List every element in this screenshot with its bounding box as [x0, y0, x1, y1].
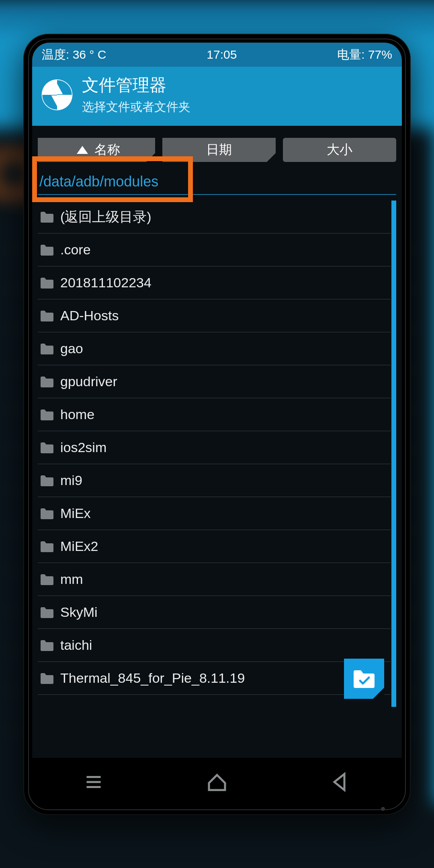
path-input[interactable]: /data/adb/modules — [38, 170, 396, 195]
file-name: MiEx2 — [60, 538, 98, 554]
nav-home-button[interactable] — [205, 770, 229, 794]
folder-icon — [40, 508, 54, 519]
folder-row[interactable]: home — [38, 398, 391, 431]
folder-row[interactable]: AD-Hosts — [38, 299, 391, 332]
folder-row[interactable]: Thermal_845_for_Pie_8.11.19 — [38, 662, 391, 695]
folder-icon — [40, 640, 54, 651]
file-name: ios2sim — [60, 440, 106, 455]
folder-icon — [40, 244, 54, 256]
file-name: 201811102234 — [60, 275, 151, 291]
folder-icon — [40, 277, 54, 289]
file-name: AD-Hosts — [60, 308, 119, 323]
folder-icon — [40, 475, 54, 486]
folder-icon — [40, 607, 54, 618]
folder-row[interactable]: gpudriver — [38, 365, 391, 398]
file-name: mm — [60, 571, 83, 587]
folder-icon — [40, 574, 54, 585]
file-name: Thermal_845_for_Pie_8.11.19 — [60, 670, 245, 686]
file-name: gao — [60, 341, 83, 356]
sort-tab-date[interactable]: 日期 — [162, 138, 276, 162]
sort-tab-label: 日期 — [206, 141, 232, 159]
folder-icon — [40, 310, 54, 321]
folder-icon — [40, 442, 54, 453]
menu-icon — [82, 770, 106, 794]
nav-recent-button[interactable] — [82, 770, 106, 794]
file-list-container: (返回上级目录).core201811102234AD-Hostsgaogpud… — [38, 201, 396, 723]
app-header: 文件管理器 选择文件或者文件夹 — [32, 67, 402, 126]
screen: 温度: 36 ° C 17:05 电量: 77% 文件管理器 选择文件或者文件夹… — [32, 43, 402, 806]
folder-row[interactable]: MiEx2 — [38, 530, 391, 563]
file-name: .core — [60, 242, 91, 258]
folder-row[interactable]: mm — [38, 563, 391, 596]
sort-tab-label: 名称 — [94, 141, 120, 159]
folder-row[interactable]: SkyMi — [38, 596, 391, 629]
file-name: mi9 — [60, 473, 82, 488]
folder-check-icon — [353, 669, 375, 688]
folder-row[interactable]: taichi — [38, 629, 391, 662]
status-temp: 温度: 36 ° C — [42, 47, 106, 63]
page-subtitle: 选择文件或者文件夹 — [82, 99, 190, 115]
twrp-logo-icon — [41, 79, 73, 111]
folder-icon — [40, 376, 54, 387]
folder-row[interactable]: gao — [38, 332, 391, 365]
status-time: 17:05 — [207, 48, 237, 61]
file-name: (返回上级目录) — [60, 208, 151, 226]
sort-tab-label: 大小 — [327, 141, 352, 159]
file-name: taichi — [60, 637, 92, 653]
folder-row[interactable]: MiEx — [38, 497, 391, 530]
folder-row[interactable]: ios2sim — [38, 431, 391, 464]
status-battery: 电量: 77% — [337, 47, 392, 63]
sort-tab-name[interactable]: 名称 — [38, 138, 155, 162]
folder-icon — [40, 343, 54, 354]
file-name: home — [60, 407, 94, 422]
folder-row[interactable]: .core — [38, 233, 391, 266]
folder-row[interactable]: 201811102234 — [38, 266, 391, 299]
select-folder-button[interactable] — [344, 659, 384, 699]
sort-tabs: 名称 日期 大小 — [32, 126, 402, 162]
status-bar: 温度: 36 ° C 17:05 电量: 77% — [32, 43, 402, 67]
back-icon — [328, 770, 352, 794]
folder-icon — [40, 541, 54, 552]
folder-row[interactable]: mi9 — [38, 464, 391, 497]
folder-icon — [40, 211, 54, 223]
file-name: MiEx — [60, 506, 91, 521]
sort-asc-icon — [77, 146, 88, 154]
sort-tab-size[interactable]: 大小 — [283, 138, 396, 162]
android-nav-bar — [32, 758, 402, 806]
file-name: gpudriver — [60, 374, 117, 389]
scrollbar[interactable] — [391, 201, 396, 707]
phone-frame: 温度: 36 ° C 17:05 电量: 77% 文件管理器 选择文件或者文件夹… — [24, 35, 410, 814]
page-title: 文件管理器 — [82, 74, 190, 96]
folder-icon — [40, 673, 54, 684]
home-icon — [205, 770, 229, 794]
folder-icon — [40, 409, 54, 420]
nav-back-button[interactable] — [328, 770, 352, 794]
file-name: SkyMi — [60, 604, 98, 620]
parent-dir-row[interactable]: (返回上级目录) — [38, 201, 391, 233]
